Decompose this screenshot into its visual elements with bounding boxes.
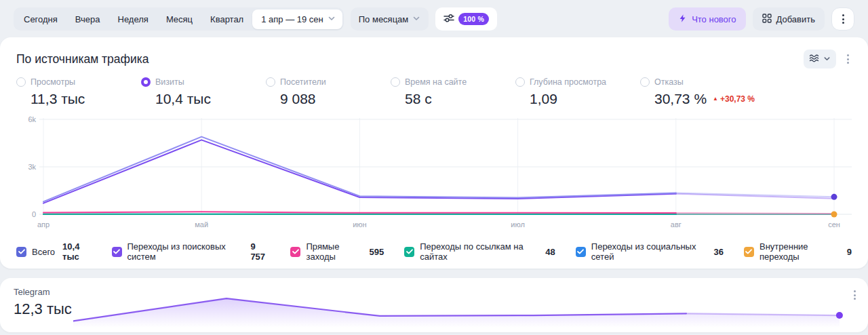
chevron-down-icon [823,54,831,64]
x-axis-label: сен [828,220,840,229]
checkbox-icon [112,247,122,257]
metric-label: Посетители [280,77,326,87]
legend-item-site-links[interactable]: Переходы по ссылкам на сайтах 48 [404,241,555,262]
legend-item-search-engines[interactable]: Переходы из поисковых систем 9 757 [112,241,271,262]
period-tab-quarter[interactable]: Квартал [201,9,252,29]
metric-label: Глубина просмотра [530,77,606,87]
metric-label: Отказы [654,77,684,87]
y-axis-label: 3k [28,163,36,171]
x-axis-label: май [195,220,208,229]
series-end-dot [831,211,837,217]
date-range-picker[interactable]: 1 апр — 19 сен [252,9,342,29]
add-widget-button[interactable]: Добавить [753,7,825,31]
sampling-settings-button[interactable]: 100 % [435,7,497,31]
kebab-icon [854,290,856,300]
period-tab-yesterday[interactable]: Вчера [66,9,109,29]
traffic-card-title: По источникам трафика [16,52,149,66]
metric-time-on-site-radio[interactable]: Время на сайте [391,77,515,87]
metric-visits-radio[interactable]: Визиты [141,77,266,87]
metric-label: Время на сайте [405,77,467,87]
toolbar-kebab-menu[interactable] [831,7,854,31]
telegram-sparkline [73,288,845,328]
legend-item-direct[interactable]: Прямые заходы 595 [290,241,384,262]
sliders-icon [443,13,454,25]
x-axis-label: авг [671,220,682,229]
metric-visitors-radio[interactable]: Посетители [266,77,391,87]
metric-value: 1,09 [530,91,640,107]
legend-item-total[interactable]: Всего 10,4 тыс [16,241,92,262]
checkbox-icon [290,247,300,257]
metric-visitors: Посетители 9 088 [266,77,391,107]
metric-selector-row: Просмотры 11,3 тыс Визиты 10,4 тыс Посет… [16,77,852,107]
legend-value: 10,4 тыс [62,241,91,262]
radio-icon [266,77,275,87]
x-axis-label: июл [511,220,525,229]
date-range-label: 1 апр — 19 сен [261,14,323,24]
period-tab-month[interactable]: Месяц [157,9,201,29]
series-line-forecast [676,213,834,214]
chart-legend: Всего 10,4 тыс Переходы из поисковых сис… [16,241,852,262]
legend-item-social[interactable]: Переходы из социальных сетей 36 [576,241,724,262]
waves-chart-icon [809,54,819,64]
lightning-icon [678,14,687,25]
radio-icon [16,77,26,87]
chevron-down-icon [412,14,420,24]
metric-value-text: 11,3 тыс [31,91,85,107]
metric-label: Просмотры [31,77,75,87]
metric-value: 10,4 тыс [155,91,266,107]
sparkline-end-dot [836,312,843,319]
traffic-card-kebab-menu[interactable] [844,52,852,66]
legend-label: Переходы из социальных сетей [591,241,707,262]
telegram-card-kebab-menu[interactable] [851,288,859,302]
metric-bounce-rate: Отказы 30,73 % ▲ +30,73 % [640,77,852,107]
grouping-label: По месяцам [359,14,409,24]
metric-visits: Визиты 10,4 тыс [141,77,266,107]
kebab-icon [842,14,844,24]
y-axis-label: 6k [28,115,36,123]
toolbar-left: Сегодня Вчера Неделя Месяц Квартал 1 апр… [14,7,497,31]
period-tab-week[interactable]: Неделя [109,9,157,29]
add-widget-label: Добавить [776,14,815,24]
whats-new-button[interactable]: Что нового [669,7,745,31]
metric-value: 9 088 [280,91,391,107]
metric-depth: Глубина просмотра 1,09 [515,77,640,107]
metric-value-text: 9 088 [280,91,316,107]
metric-value-text: 10,4 тыс [155,91,211,107]
legend-value: 9 757 [250,241,270,262]
legend-label: Внутренние переходы [760,241,840,262]
period-segmented-control: Сегодня Вчера Неделя Месяц Квартал 1 апр… [14,7,344,31]
metric-value-text: 58 с [405,91,432,107]
legend-label: Всего [32,247,55,257]
legend-item-internal[interactable]: Внутренние переходы 9 [744,241,852,262]
triangle-up-icon: ▲ [713,96,718,102]
traffic-sources-card: По источникам трафика [0,37,868,269]
traffic-card-header: По источникам трафика [16,50,852,68]
kebab-icon [847,54,849,64]
metric-depth-radio[interactable]: Глубина просмотра [515,77,640,87]
metric-bounce-rate-radio[interactable]: Отказы [640,77,852,87]
telegram-sparkline-area [73,288,845,328]
legend-label: Переходы по ссылкам на сайтах [420,241,538,262]
chart-type-select[interactable] [804,50,836,68]
legend-value: 9 [847,247,852,257]
chevron-down-icon [328,14,336,24]
metric-value: 11,3 тыс [31,91,141,107]
radio-icon [640,77,650,87]
sparkline-fill [73,298,840,328]
legend-value: 595 [370,247,384,257]
period-tab-today[interactable]: Сегодня [15,9,66,29]
legend-label: Переходы из поисковых систем [127,241,243,262]
telegram-widget-card: Telegram 12,3 тыс [0,278,868,332]
radio-icon [141,77,151,87]
traffic-card-controls [804,50,852,68]
series-end-dot [831,194,837,200]
metric-views: Просмотры 11,3 тыс [16,77,141,107]
traffic-line-chart: 03k6kапрмайиюниюлавгсен [16,114,852,233]
grouping-select[interactable]: По месяцам [351,7,429,31]
toolbar: Сегодня Вчера Неделя Месяц Квартал 1 апр… [0,0,868,33]
metric-views-radio[interactable]: Просмотры [16,77,141,87]
legend-value: 36 [714,247,724,257]
metric-time-on-site: Время на сайте 58 с [391,77,515,107]
x-axis-label: июн [353,220,366,229]
checkbox-icon [576,247,586,257]
